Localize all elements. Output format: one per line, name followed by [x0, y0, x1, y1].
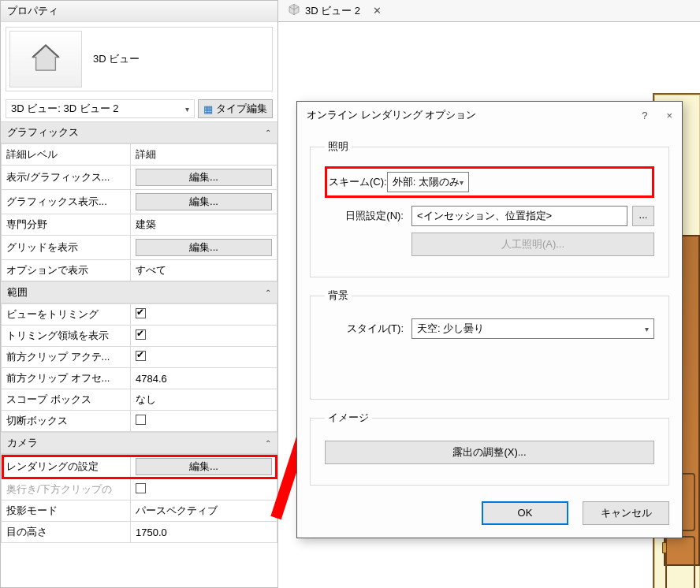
group-title: カメラ: [7, 436, 38, 450]
checkbox[interactable]: [136, 351, 146, 361]
collapse-icon: ⌃: [265, 288, 271, 297]
edit-button[interactable]: 編集...: [136, 458, 272, 475]
row-show-trim: トリミング領域を表示: [2, 326, 277, 347]
scheme-value: 外部: 太陽のみ: [393, 175, 460, 189]
family-thumbnail: [9, 31, 82, 87]
dialog-titlebar[interactable]: オンライン レンダリング オプション ? ×: [297, 102, 682, 128]
sun-label: 日照設定(N):: [325, 209, 411, 223]
sun-settings-browse-button[interactable]: ...: [632, 206, 654, 226]
image-legend: イメージ: [325, 411, 372, 425]
ok-button[interactable]: OK: [482, 501, 568, 525]
background-legend: 背景: [325, 288, 352, 303]
scheme-row-highlight: スキーム(C): 外部: 太陽のみ ▾: [325, 166, 654, 198]
row-show-grid: グリッドを表示編集...: [2, 236, 277, 260]
edit-button[interactable]: 編集...: [136, 169, 272, 186]
view-tab[interactable]: 3D ビュー 2 ✕: [278, 0, 391, 21]
group-header-range[interactable]: 範囲 ⌃: [1, 281, 277, 303]
lighting-legend: 照明: [325, 140, 352, 154]
close-button[interactable]: ×: [666, 110, 672, 121]
exposure-button[interactable]: 露出の調整(X)...: [325, 441, 654, 464]
edit-button[interactable]: 編集...: [136, 193, 272, 210]
family-selector[interactable]: 3D ビュー: [6, 27, 273, 91]
chevron-down-icon: ▾: [460, 178, 464, 187]
group-title: グラフィックス: [7, 125, 79, 140]
family-name: 3D ビュー: [93, 52, 140, 66]
range-table: ビューをトリミング トリミング領域を表示 前方クリップ アクテ... 前方クリッ…: [1, 303, 277, 432]
row-front-clip-active: 前方クリップ アクテ...: [2, 347, 277, 368]
sun-settings-field[interactable]: <インセッション、位置指定>: [411, 206, 627, 226]
checkbox: [136, 483, 146, 493]
row-eye-height: 目の高さ1750.0: [2, 522, 277, 543]
row-section-box: 切断ボックス: [2, 411, 277, 432]
style-value: 天空: 少し曇り: [417, 322, 484, 336]
properties-panel: プロパティ 3D ビュー 3D ビュー: 3D ビュー 2 ▾ ▦ タイプ編集 …: [0, 0, 278, 588]
chevron-down-icon: ▾: [645, 325, 649, 333]
sun-value: <インセッション、位置指定>: [417, 209, 552, 223]
collapse-icon: ⌃: [265, 439, 271, 448]
group-header-camera[interactable]: カメラ ⌃: [1, 432, 277, 454]
tab-label: 3D ビュー 2: [305, 4, 360, 18]
help-button[interactable]: ?: [642, 110, 647, 121]
instance-dropdown[interactable]: 3D ビュー: 3D ビュー 2 ▾: [6, 99, 195, 118]
cancel-button[interactable]: キャンセル: [583, 501, 669, 525]
panel-title: プロパティ: [1, 1, 277, 22]
edit-type-label: タイプ編集: [216, 102, 267, 116]
background-group: 背景 スタイル(T): 天空: 少し曇り ▾: [310, 288, 669, 400]
image-group: イメージ 露出の調整(X)...: [310, 411, 669, 486]
scheme-dropdown[interactable]: 外部: 太陽のみ ▾: [387, 172, 469, 192]
rendering-options-dialog: オンライン レンダリング オプション ? × 照明 スキーム(C): 外部: 太…: [296, 101, 683, 538]
dialog-title: オンライン レンダリング オプション: [307, 108, 642, 122]
graphics-table: 詳細レベル詳細 表示/グラフィックス...編集... グラフィックス表示...編…: [1, 143, 277, 281]
group-header-graphics[interactable]: グラフィックス ⌃: [1, 121, 277, 143]
row-detail-level: 詳細レベル詳細: [2, 144, 277, 166]
row-graphics-display: グラフィックス表示...編集...: [2, 190, 277, 214]
instance-value: 3D ビュー: 3D ビュー 2: [11, 102, 119, 116]
group-title: 範囲: [7, 285, 28, 300]
row-show-by-option: オプションで表示すべて: [2, 260, 277, 281]
row-trim-view: ビューをトリミング: [2, 304, 277, 326]
edit-button[interactable]: 編集...: [136, 239, 272, 256]
grid-icon: ▦: [203, 103, 213, 115]
style-dropdown[interactable]: 天空: 少し曇り ▾: [411, 318, 654, 339]
row-depth-clip: 奥行き/下方クリップの: [2, 479, 277, 501]
chevron-down-icon: ▾: [185, 105, 189, 114]
house-icon: [28, 41, 63, 78]
row-front-clip-offset: 前方クリップ オフセ...4784.6: [2, 368, 277, 389]
door-hinge: [662, 542, 667, 553]
row-vis-graphics: 表示/グラフィックス...編集...: [2, 166, 277, 190]
checkbox[interactable]: [136, 415, 146, 425]
close-icon[interactable]: ✕: [373, 5, 382, 17]
view-tab-bar: 3D ビュー 2 ✕: [278, 0, 700, 22]
style-label: スタイル(T):: [325, 322, 411, 336]
collapse-icon: ⌃: [265, 128, 271, 137]
row-discipline: 専門分野建築: [2, 214, 277, 236]
row-projection: 投影モードパースペクティブ: [2, 501, 277, 522]
edit-type-button[interactable]: ▦ タイプ編集: [198, 99, 273, 118]
svg-marker-0: [33, 45, 59, 70]
lighting-group: 照明 スキーム(C): 外部: 太陽のみ ▾ 日照設定(N): <インセッション…: [310, 140, 669, 277]
dialog-footer: OK キャンセル: [310, 497, 669, 525]
artificial-lighting-button: 人工照明(A)...: [411, 233, 654, 256]
checkbox[interactable]: [136, 308, 146, 318]
scheme-label: スキーム(C):: [329, 175, 387, 189]
cube-icon: [288, 3, 300, 18]
camera-table: レンダリングの設定編集... 奥行き/下方クリップの 投影モードパースペクティブ…: [1, 454, 277, 543]
row-render-settings: レンダリングの設定編集...: [2, 455, 277, 479]
checkbox[interactable]: [136, 329, 146, 340]
row-scope-box: スコープ ボックスなし: [2, 389, 277, 411]
